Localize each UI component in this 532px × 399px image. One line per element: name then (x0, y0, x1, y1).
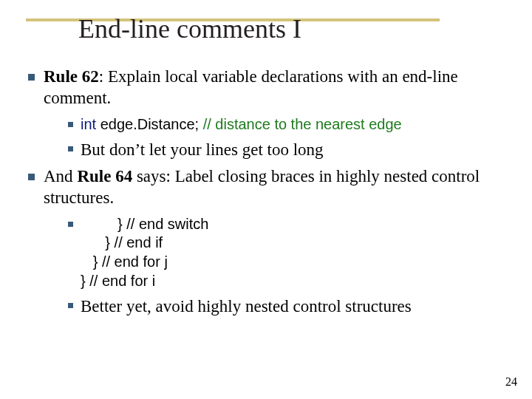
rule-62-bold: Rule 62 (44, 67, 99, 86)
bullet-rule-62-note: But don’t let your lines get too long (68, 140, 504, 161)
end-for-j: } // end for j (81, 253, 504, 272)
bullet-icon (68, 303, 73, 308)
end-if: } // end if (81, 233, 504, 253)
rule-62-rest: : Explain local variable declarations wi… (44, 67, 458, 107)
code-keyword: int (81, 116, 96, 132)
code-comment: // distance to the nearest edge (203, 116, 402, 132)
code-example: int edge.Distance; // distance to the ne… (81, 115, 504, 134)
page-number: 24 (505, 375, 517, 389)
bullet-rule-64-note: Better yet, avoid highly nested control … (68, 296, 504, 318)
rule-64-bold: Rule 64 (77, 167, 132, 185)
bullet-rule-62-code: int edge.Distance; // distance to the ne… (68, 115, 504, 134)
bullet-icon (68, 146, 73, 151)
slide: End-line comments I Rule 62: Explain loc… (0, 0, 532, 399)
bullet-text: But don’t let your lines get too long (81, 140, 504, 161)
bullet-rule-64-code: } // end switch } // end if } // end for… (68, 215, 504, 290)
slide-body: Rule 62: Explain local variable declarat… (28, 66, 504, 324)
bullet-icon (68, 122, 73, 127)
slide-title: End-line comments I (78, 13, 301, 44)
bullet-icon (28, 74, 35, 81)
bullet-text: Rule 62: Explain local variable declarat… (44, 66, 504, 109)
rule-64-prefix: And (44, 167, 77, 185)
bullet-rule-64: And Rule 64 says: Label closing braces i… (28, 166, 504, 209)
bullet-icon (28, 174, 35, 180)
bullet-text: And Rule 64 says: Label closing braces i… (44, 166, 504, 209)
bullet-rule-62: Rule 62: Explain local variable declarat… (28, 66, 504, 109)
code-block-wrap: } // end switch } // end if } // end for… (81, 215, 504, 290)
end-switch: } // end switch (81, 215, 504, 234)
bullet-icon (68, 222, 73, 227)
code-body: edge.Distance; (96, 116, 203, 132)
end-for-i: } // end for i (81, 272, 504, 291)
bullet-text: Better yet, avoid highly nested control … (81, 296, 504, 318)
